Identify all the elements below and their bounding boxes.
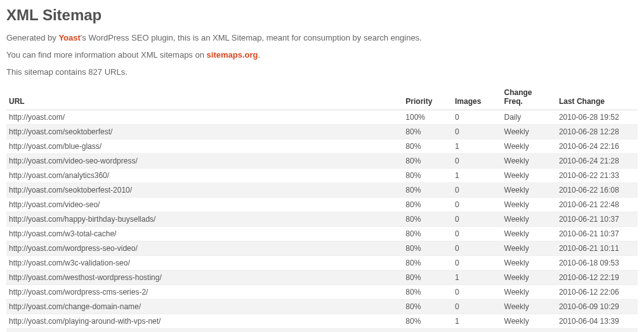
table-row: http://yoast.com/rank-checker-seobook/80… [6,329,638,333]
cell-url[interactable]: http://yoast.com/change-domain-name/ [6,300,403,314]
header-freq: Change Freq. [502,84,556,110]
cell-url[interactable]: http://yoast.com/video-seo/ [6,198,403,212]
cell-freq: Weekly [502,125,556,139]
cell-url[interactable]: http://yoast.com/w3-total-cache/ [6,227,403,241]
header-last: Last Change [556,84,638,110]
cell-last: 2010-06-22 16:08 [556,183,638,198]
cell-priority: 100% [403,110,452,125]
table-row: http://yoast.com/video-seo/80%0Weekly201… [6,198,638,212]
cell-freq: Weekly [502,285,556,300]
cell-freq: Weekly [502,139,556,154]
cell-images: 0 [452,300,502,314]
cell-url[interactable]: http://yoast.com/westhost-wordpress-host… [6,271,403,285]
sitemap-table: URL Priority Images Change Freq. Last Ch… [6,84,638,332]
cell-freq: Weekly [502,314,556,329]
cell-url[interactable]: http://yoast.com/blue-glass/ [6,139,403,154]
cell-url[interactable]: http://yoast.com/seoktoberfest-2010/ [6,183,403,198]
cell-freq: Weekly [502,329,556,333]
table-row: http://yoast.com/w3c-validation-seo/80%0… [6,256,638,271]
cell-url[interactable]: http://yoast.com/video-seo-wordpress/ [6,154,403,169]
cell-priority: 80% [403,241,452,256]
cell-last: 2010-06-21 10:37 [556,227,638,241]
table-row: http://yoast.com/wordpress-seo-video/80%… [6,241,638,256]
info-line: You can find more information about XML … [6,50,638,60]
cell-url[interactable]: http://yoast.com/analytics360/ [6,169,403,183]
cell-last: 2010-06-12 22:06 [556,285,638,300]
cell-images: 0 [452,285,502,300]
cell-images: 0 [452,212,502,227]
cell-images: 1 [452,314,502,329]
header-priority: Priority [403,84,452,110]
cell-last: 2010-06-28 19:52 [556,110,638,125]
cell-priority: 80% [403,314,452,329]
cell-freq: Weekly [502,198,556,212]
header-url: URL [6,84,403,110]
cell-images: 0 [452,198,502,212]
cell-last: 2010-06-24 22:16 [556,139,638,154]
cell-last: 2010-06-22 21:33 [556,169,638,183]
cell-last: 2010-06-28 12:28 [556,125,638,139]
cell-last: 2010-06-04 11:40 [556,329,638,333]
cell-images: 1 [452,139,502,154]
cell-images: 0 [452,125,502,139]
cell-images: 0 [452,241,502,256]
cell-url[interactable]: http://yoast.com/ [6,110,403,125]
cell-images: 0 [452,110,502,125]
cell-url[interactable]: http://yoast.com/playing-around-with-vps… [6,314,403,329]
cell-url[interactable]: http://yoast.com/happy-birthday-buysella… [6,212,403,227]
cell-images: 1 [452,271,502,285]
cell-freq: Weekly [502,154,556,169]
cell-priority: 80% [403,169,452,183]
cell-freq: Daily [502,110,556,125]
cell-priority: 80% [403,139,452,154]
table-row: http://yoast.com/change-domain-name/80%0… [6,300,638,314]
cell-priority: 80% [403,212,452,227]
cell-priority: 80% [403,271,452,285]
table-row: http://yoast.com/w3-total-cache/80%0Week… [6,227,638,241]
intro-suffix: 's WordPress SEO plugin, this is an XML … [81,33,422,42]
cell-priority: 80% [403,183,452,198]
page-title: XML Sitemap [6,6,638,24]
cell-priority: 80% [403,227,452,241]
cell-freq: Weekly [502,271,556,285]
yoast-link[interactable]: Yoast [58,33,80,42]
header-images: Images [452,84,502,110]
cell-freq: Weekly [502,183,556,198]
table-row: http://yoast.com/playing-around-with-vps… [6,314,638,329]
table-header-row: URL Priority Images Change Freq. Last Ch… [6,84,638,110]
cell-url[interactable]: http://yoast.com/w3c-validation-seo/ [6,256,403,271]
cell-priority: 80% [403,154,452,169]
cell-last: 2010-06-18 09:53 [556,256,638,271]
info-suffix: . [258,50,260,60]
intro-prefix: Generated by [6,33,58,42]
cell-freq: Weekly [502,256,556,271]
cell-priority: 80% [403,125,452,139]
cell-freq: Weekly [502,227,556,241]
cell-last: 2010-06-21 10:37 [556,212,638,227]
table-row: http://yoast.com/video-seo-wordpress/80%… [6,154,638,169]
cell-images: 0 [452,256,502,271]
table-row: http://yoast.com/blue-glass/80%1Weekly20… [6,139,638,154]
cell-url[interactable]: http://yoast.com/wordpress-cms-series-2/ [6,285,403,300]
intro-line: Generated by Yoast's WordPress SEO plugi… [6,33,638,42]
cell-url[interactable]: http://yoast.com/seoktoberfest/ [6,125,403,139]
info-prefix: You can find more information about XML … [6,50,207,60]
cell-images: 0 [452,329,502,333]
cell-last: 2010-06-12 22:19 [556,271,638,285]
table-row: http://yoast.com/seoktoberfest/80%0Weekl… [6,125,638,139]
cell-last: 2010-06-21 22:48 [556,198,638,212]
sitemaps-link[interactable]: sitemaps.org [207,50,258,60]
table-row: http://yoast.com/seoktoberfest-2010/80%0… [6,183,638,198]
table-row: http://yoast.com/westhost-wordpress-host… [6,271,638,285]
cell-freq: Weekly [502,169,556,183]
cell-priority: 80% [403,256,452,271]
cell-url[interactable]: http://yoast.com/rank-checker-seobook/ [6,329,403,333]
cell-last: 2010-06-21 10:11 [556,241,638,256]
cell-url[interactable]: http://yoast.com/wordpress-seo-video/ [6,241,403,256]
cell-last: 2010-06-24 21:28 [556,154,638,169]
cell-priority: 80% [403,285,452,300]
table-row: http://yoast.com/analytics360/80%1Weekly… [6,169,638,183]
cell-priority: 80% [403,198,452,212]
cell-images: 0 [452,227,502,241]
cell-last: 2010-06-09 10:29 [556,300,638,314]
